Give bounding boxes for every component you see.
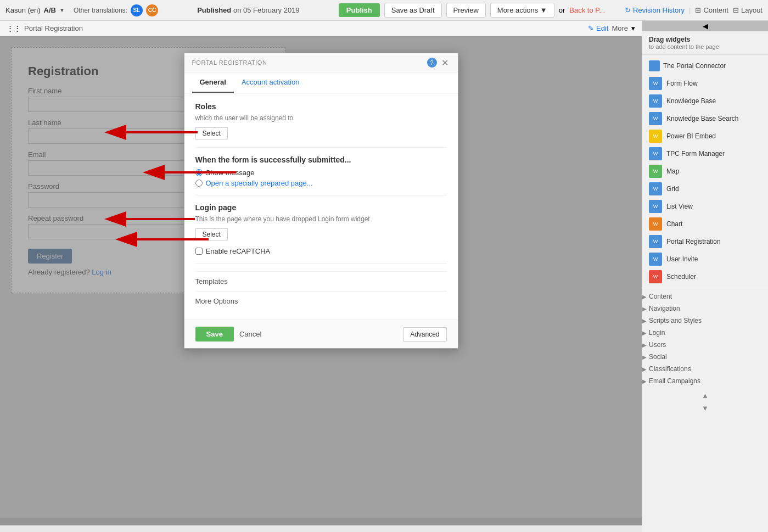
cancel-button[interactable]: Cancel [239,330,261,338]
email-campaigns-category-label: Email Campaigns [649,377,700,385]
preview-button[interactable]: Preview [446,3,486,18]
login-page-title: Login page [195,203,447,212]
category-login[interactable]: ▶ Login [642,327,768,339]
category-navigation[interactable]: ▶ Navigation [642,303,768,315]
list-view-label: List View [666,203,693,210]
more-options-title[interactable]: More Options [195,297,447,305]
widget-portal-registration[interactable]: W Portal Registration [642,233,768,250]
widget-grid[interactable]: W Grid [642,180,768,198]
category-users[interactable]: ▶ Users [642,339,768,351]
language-label: Kasun (en) [5,6,41,14]
layout-button[interactable]: ⊟ Layout [733,6,763,14]
login-page-select-button[interactable]: Select [195,228,228,240]
category-social[interactable]: ▶ Social [642,351,768,363]
page-header: ⋮⋮ Portal Registration ✎ Edit More ▾ [0,21,642,36]
scripts-styles-caret-icon: ▶ [642,318,647,324]
tab-general[interactable]: General [192,72,234,93]
chart-icon: W [649,217,662,231]
category-content[interactable]: ▶ Content [642,290,768,303]
user-invite-label: User Invite [666,255,698,263]
radio-open-page-input[interactable] [195,180,203,187]
connector-icon [649,60,660,71]
roles-select-button[interactable]: Select [195,127,228,139]
category-scripts-styles[interactable]: ▶ Scripts and Styles [642,315,768,327]
divider-1 [195,147,447,148]
sidebar-collapse-button[interactable]: ◀ [642,21,768,31]
users-category-label: Users [649,341,666,349]
radio-group: Show message Open a specially prepared p… [195,169,447,187]
content-button[interactable]: ⊞ Content [695,6,728,14]
portal-registration-icon: W [649,235,662,248]
publish-button[interactable]: Publish [339,3,380,17]
sidebar-scroll-up[interactable]: ▲ [642,389,768,402]
roles-subtitle: which the user will be assigned to [195,114,447,122]
main-layout: ⋮⋮ Portal Registration ✎ Edit More ▾ Reg… [0,21,768,532]
widget-chart[interactable]: W Chart [642,215,768,233]
knowledge-base-label: Knowledge Base [666,97,716,105]
knowledge-base-icon: W [649,94,662,108]
login-page-subtitle: This is the page where you have dropped … [195,215,447,223]
radio-show-message[interactable]: Show message [195,169,447,177]
divider-2 [195,195,447,195]
user-invite-icon: W [649,253,662,266]
edit-button[interactable]: ✎ Edit [588,24,608,32]
back-button[interactable]: Back to P... [569,6,605,14]
ab-chevron-icon[interactable]: ▼ [59,7,65,13]
modal-close-button[interactable]: ✕ [440,58,450,68]
page-more-chevron-icon: ▾ [631,24,635,32]
widget-scheduler[interactable]: W Scheduler [642,268,768,285]
widget-map[interactable]: W Map [642,163,768,180]
top-bar: Kasun (en) A/B ▼ Other translations: SL … [0,0,768,21]
categories-section: ▶ Content ▶ Navigation ▶ Scripts and Sty… [642,288,768,389]
ab-badge: A/B [44,6,56,14]
widget-power-bi-embed[interactable]: W Power BI Embed [642,127,768,145]
connector-label: The Portal Connector [663,62,726,70]
advanced-button[interactable]: Advanced [403,327,446,341]
divider: | [689,6,691,14]
roles-section: Roles which the user will be assigned to… [195,102,447,139]
divider-3 [195,263,447,264]
widget-knowledge-base[interactable]: W Knowledge Base [642,92,768,110]
radio-open-page-label: Open a specially prepared page... [206,179,313,187]
drag-widgets-sublabel: to add content to the page [649,43,761,50]
modal-help-button[interactable]: ? [427,58,437,68]
tab-account-activation[interactable]: Account activation [234,72,307,93]
recaptcha-section: Enable reCAPTCHA [195,247,447,255]
success-section: When the form is successfully submitted.… [195,155,447,187]
save-draft-button[interactable]: Save as Draft [384,3,442,18]
recaptcha-checkbox-label[interactable]: Enable reCAPTCHA [195,247,447,255]
avatar-sl[interactable]: SL [131,4,143,16]
widget-form-flow[interactable]: W Form Flow [642,75,768,92]
page-header-title: Portal Registration [24,24,83,32]
widget-list-view[interactable]: W List View [642,198,768,215]
templates-title[interactable]: Templates [195,277,447,285]
radio-show-message-input[interactable] [195,169,203,176]
widget-user-invite[interactable]: W User Invite [642,250,768,268]
sidebar-scroll-down[interactable]: ▼ [642,402,768,415]
save-button[interactable]: Save [195,327,234,341]
scheduler-icon: W [649,270,662,283]
published-date: on 05 February 2019 [233,6,300,14]
navigation-category-label: Navigation [649,305,680,312]
category-classifications[interactable]: ▶ Classifications [642,363,768,375]
drag-widgets-label: Drag widgets [649,36,761,43]
more-actions-button[interactable]: More actions ▼ [490,3,554,18]
recaptcha-checkbox[interactable] [195,248,203,255]
or-text: or [559,6,565,14]
content-caret-icon: ▶ [642,294,647,300]
avatar-cc[interactable]: CC [146,4,158,16]
login-page-section: Login page This is the page where you ha… [195,203,447,240]
success-title: When the form is successfully submitted.… [195,155,447,164]
category-email-campaigns[interactable]: ▶ Email Campaigns [642,375,768,387]
roles-title: Roles [195,102,447,111]
revision-history-button[interactable]: ↻ Revision History [625,6,685,14]
power-bi-icon: W [649,130,662,143]
widget-knowledge-base-search[interactable]: W Knowledge Base Search [642,110,768,127]
radio-open-page[interactable]: Open a specially prepared page... [195,179,447,187]
modal-overlay: PORTAL REGISTRATION ? ✕ General Account … [0,36,642,525]
content-category-label: Content [649,293,672,300]
connector-header[interactable]: The Portal Connector [642,57,768,75]
widget-tpc-form-manager[interactable]: W TPC Form Manager [642,145,768,163]
page-more-button[interactable]: More [612,24,628,32]
social-caret-icon: ▶ [642,354,647,360]
